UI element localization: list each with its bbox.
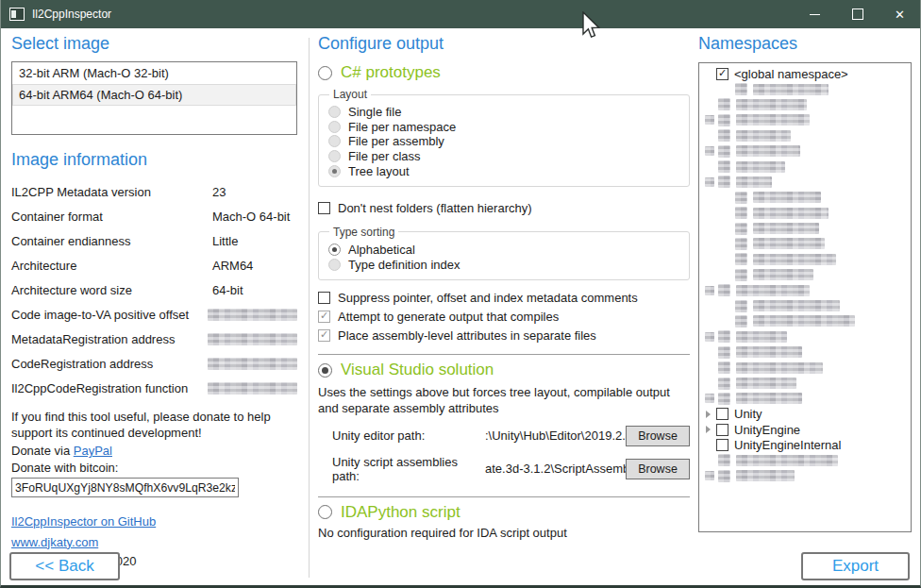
redacted-pixelated-block <box>753 315 855 327</box>
namespace-item-redacted[interactable] <box>699 112 911 127</box>
namespace-item-redacted[interactable] <box>699 143 911 159</box>
namespace-item-redacted[interactable] <box>699 453 911 468</box>
redacted-pixelated-block <box>735 83 747 95</box>
namespace-item-redacted[interactable] <box>699 159 911 174</box>
redacted-pixelated-block <box>753 208 829 219</box>
idapython-radio-icon[interactable] <box>318 505 332 519</box>
visual-studio-option[interactable]: Visual Studio solution <box>318 361 690 379</box>
configure-output-panel: Configure output C# prototypes Layout Si… <box>318 34 690 542</box>
minimize-button[interactable] <box>794 0 836 28</box>
expander-icon[interactable] <box>706 411 711 418</box>
namespace-item-redacted[interactable] <box>699 81 911 96</box>
namespace-item-redacted[interactable] <box>699 313 911 328</box>
redacted-pixelated-block <box>705 146 714 156</box>
info-value: Mach-O 64-bit <box>212 210 290 224</box>
export-button[interactable]: Export <box>801 552 910 580</box>
output-checkbox-row: ✓Attempt to generate output that compile… <box>318 307 690 326</box>
info-row: Container formatMach-O 64-bit <box>11 204 297 228</box>
layout-groupbox: Layout Single fileFile per namespaceFile… <box>318 88 690 187</box>
namespace-label: UnityEngine <box>734 423 800 437</box>
namespace-item-redacted[interactable] <box>699 298 911 313</box>
namespace-checkbox[interactable] <box>716 408 728 420</box>
section-separator <box>318 496 690 497</box>
idapython-label: IDAPython script <box>341 503 460 522</box>
flatten-checkbox-label: Don't nest folders (flatten hierarchy) <box>338 201 532 215</box>
visual-studio-label: Visual Studio solution <box>341 361 494 379</box>
namespace-item-redacted[interactable] <box>699 236 911 251</box>
flatten-checkbox[interactable] <box>318 202 330 214</box>
namespace-item[interactable]: UnityEngine <box>699 422 911 437</box>
namespace-checkbox[interactable] <box>716 439 728 451</box>
namespace-item-redacted[interactable] <box>699 128 911 143</box>
close-button[interactable]: ✕ <box>879 0 921 28</box>
vs-field-label: Unity script assemblies path: <box>318 455 485 483</box>
expander-icon[interactable] <box>706 426 711 433</box>
check-mark-icon: ✓ <box>320 311 328 321</box>
namespace-item-redacted[interactable] <box>699 376 911 391</box>
namespace-checkbox[interactable]: ✓ <box>716 68 728 80</box>
output-checkbox-row[interactable]: Suppress pointer, offset and index metad… <box>318 288 690 307</box>
info-row: IL2CPP Metadata version23 <box>11 179 297 204</box>
check-mark-icon: ✓ <box>320 329 328 340</box>
image-info-table: IL2CPP Metadata version23Container forma… <box>11 179 297 400</box>
redacted-pixelated-block <box>735 238 747 250</box>
maximize-button[interactable] <box>836 0 879 28</box>
flatten-checkbox-row[interactable]: Don't nest folders (flatten hierarchy) <box>318 199 690 218</box>
redacted-pixelated-block <box>735 223 747 235</box>
namespace-label: Unity <box>734 407 762 421</box>
title-bar: Il2CppInspector ✕ <box>0 0 921 28</box>
layout-radio-icon <box>328 135 341 147</box>
namespace-item-redacted[interactable] <box>699 329 911 344</box>
layout-option: Single file <box>328 105 679 120</box>
github-link[interactable]: Il2CppInspector on GitHub <box>11 514 156 529</box>
vs-field-row: Unity script assemblies path:ate.3d-3.1.… <box>318 455 690 483</box>
image-list-item[interactable]: 32-bit ARM (Mach-O 32-bit) <box>12 62 296 84</box>
image-listbox[interactable]: 32-bit ARM (Mach-O 32-bit)64-bit ARM64 (… <box>11 61 297 135</box>
redacted-pixelated-block <box>736 393 802 404</box>
browse-button[interactable]: Browse <box>626 459 690 479</box>
layout-radio-icon <box>328 150 341 162</box>
back-button[interactable]: << Back <box>9 552 120 580</box>
maximize-icon <box>852 8 863 20</box>
browse-button[interactable]: Browse <box>626 426 690 446</box>
csharp-radio-icon[interactable] <box>318 66 332 80</box>
namespace-item[interactable]: ✓<global namespace> <box>699 66 911 81</box>
namespace-checkbox[interactable] <box>716 424 728 436</box>
output-checkbox: ✓ <box>318 329 330 342</box>
bitcoin-address-input[interactable] <box>11 478 239 497</box>
namespace-item-redacted[interactable] <box>699 267 911 282</box>
redacted-pixelated-block <box>208 358 297 370</box>
layout-option-label: File per assembly <box>348 134 444 148</box>
type-sorting-option[interactable]: Alphabetical <box>328 243 679 258</box>
redacted-pixelated-block <box>736 362 823 374</box>
namespace-item-redacted[interactable] <box>699 282 911 297</box>
namespace-item-redacted[interactable] <box>699 391 911 406</box>
vs-field-label: Unity editor path: <box>318 428 485 443</box>
image-list-item[interactable]: 64-bit ARM64 (Mach-O 64-bit) <box>12 84 296 106</box>
redacted-pixelated-block <box>718 330 730 343</box>
namespace-item-redacted[interactable] <box>699 221 911 236</box>
website-link[interactable]: www.djkaty.com <box>11 535 98 549</box>
redacted-pixelated-block <box>208 309 297 321</box>
namespace-item-redacted[interactable] <box>699 360 911 375</box>
namespace-item[interactable]: UnityEngineInternal <box>699 437 911 452</box>
namespace-item-redacted[interactable] <box>699 468 911 483</box>
redacted-pixelated-block <box>705 286 714 295</box>
redacted-pixelated-block <box>753 84 829 95</box>
info-row: Il2CppCodeRegistration function <box>11 376 297 400</box>
idapython-option[interactable]: IDAPython script <box>318 503 690 522</box>
namespace-item-redacted[interactable] <box>699 344 911 360</box>
csharp-prototypes-option[interactable]: C# prototypes <box>318 63 690 82</box>
paypal-link[interactable]: PayPal <box>74 444 112 458</box>
namespace-item-redacted[interactable] <box>699 252 911 267</box>
visual-studio-radio-icon[interactable] <box>318 363 332 378</box>
redacted-pixelated-block <box>705 177 714 187</box>
namespace-item-redacted[interactable] <box>699 190 911 205</box>
namespaces-tree[interactable]: ✓<global namespace>UnityUnityEngineUnity… <box>698 62 912 532</box>
namespace-item-redacted[interactable] <box>699 175 911 190</box>
type-sorting-radio-icon[interactable] <box>328 244 341 256</box>
namespace-item[interactable]: Unity <box>699 407 911 422</box>
namespace-item-redacted[interactable] <box>699 206 911 221</box>
output-checkbox[interactable] <box>318 292 330 304</box>
namespace-item-redacted[interactable] <box>699 97 911 112</box>
